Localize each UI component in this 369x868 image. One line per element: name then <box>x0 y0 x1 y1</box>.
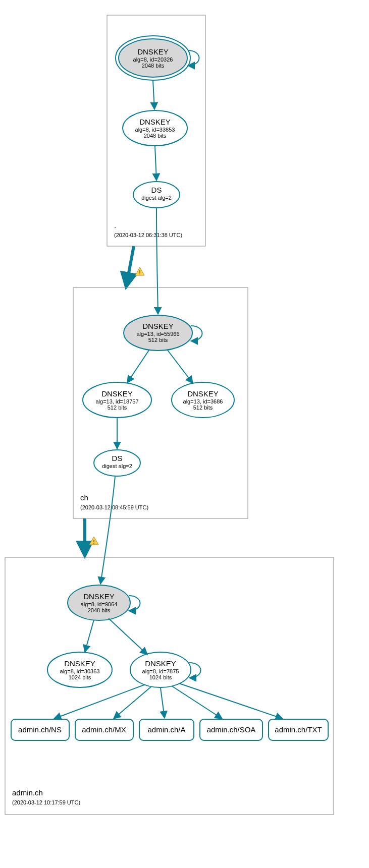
edge-admin-ksk-to-zsk1 <box>85 620 94 652</box>
svg-text:digest alg=2: digest alg=2 <box>102 463 132 469</box>
edge-ch-ds-to-admin-ksk <box>100 476 115 584</box>
svg-text:alg=8, id=30363: alg=8, id=30363 <box>60 668 100 674</box>
zone-ch-ts: (2020-03-12 08:45:59 UTC) <box>80 504 148 510</box>
svg-text:alg=13, id=55966: alg=13, id=55966 <box>136 331 179 337</box>
svg-text:DNSKEY: DNSKEY <box>142 322 174 330</box>
node-admin-ksk: DNSKEY alg=8, id=9064 2048 bits <box>68 585 130 620</box>
edge-admin-ksk-to-zsk2 <box>109 618 147 655</box>
zone-admin: admin.ch (2020-03-12 10:17:59 UTC) DNSKE… <box>5 557 334 815</box>
edge-root-ksk-to-zsk <box>153 80 154 109</box>
svg-text:admin.ch/SOA: admin.ch/SOA <box>207 725 256 734</box>
svg-text:512 bits: 512 bits <box>108 404 127 411</box>
rrset-txt: admin.ch/TXT <box>269 719 328 740</box>
edge-zsk2-to-ns <box>54 684 145 719</box>
svg-text:DNSKEY: DNSKEY <box>139 118 171 126</box>
svg-text:DNSKEY: DNSKEY <box>101 389 133 398</box>
svg-text:1024 bits: 1024 bits <box>69 674 91 680</box>
svg-text:alg=8, id=9064: alg=8, id=9064 <box>81 601 118 607</box>
svg-text:DS: DS <box>151 186 162 194</box>
zone-root-name: . <box>114 221 116 229</box>
node-root-ksk: DNSKEY alg=8, id=20326 2048 bits <box>116 36 190 80</box>
node-ch-ds: DS digest alg=2 <box>94 450 140 476</box>
svg-text:admin.ch/A: admin.ch/A <box>147 725 185 734</box>
zone-admin-name: admin.ch <box>12 788 43 797</box>
svg-text:2048 bits: 2048 bits <box>142 63 165 69</box>
edge-root-to-ch-zone <box>126 246 134 286</box>
edge-zsk2-to-a <box>161 688 165 718</box>
rrset-ns: admin.ch/NS <box>11 719 69 740</box>
svg-text:2048 bits: 2048 bits <box>144 133 167 139</box>
svg-text:512 bits: 512 bits <box>193 404 213 411</box>
svg-text:alg=8, id=33853: alg=8, id=33853 <box>135 127 175 133</box>
svg-text:DNSKEY: DNSKEY <box>83 592 115 601</box>
edge-zsk2-to-soa <box>172 686 222 719</box>
svg-text:!: ! <box>139 269 141 275</box>
zone-root-ts: (2020-03-12 06:31:38 UTC) <box>114 232 182 238</box>
warning-icon: ! <box>89 537 98 545</box>
svg-text:alg=13, id=18757: alg=13, id=18757 <box>95 398 138 404</box>
svg-text:alg=8, id=20326: alg=8, id=20326 <box>133 56 173 63</box>
svg-text:admin.ch/TXT: admin.ch/TXT <box>275 725 322 734</box>
edge-root-ds-to-ch-ksk <box>156 208 158 314</box>
svg-text:2048 bits: 2048 bits <box>88 607 111 613</box>
svg-text:admin.ch/NS: admin.ch/NS <box>18 725 62 734</box>
svg-text:alg=13, id=3686: alg=13, id=3686 <box>183 398 223 404</box>
zone-ch: ch (2020-03-12 08:45:59 UTC) DNSKEY alg=… <box>73 287 248 518</box>
svg-text:alg=8, id=7875: alg=8, id=7875 <box>142 668 179 674</box>
node-admin-zsk1: DNSKEY alg=8, id=30363 1024 bits <box>47 652 112 687</box>
svg-text:1024 bits: 1024 bits <box>149 674 172 680</box>
svg-text:admin.ch/MX: admin.ch/MX <box>82 725 126 734</box>
zone-ch-name: ch <box>80 493 88 502</box>
node-ch-zsk2: DNSKEY alg=13, id=3686 512 bits <box>172 382 234 418</box>
edge-zsk2-to-mx <box>114 686 151 719</box>
svg-text:DNSKEY: DNSKEY <box>64 659 95 668</box>
warning-icon: ! <box>135 267 144 275</box>
node-admin-zsk2: DNSKEY alg=8, id=7875 1024 bits <box>130 652 191 687</box>
svg-text:!: ! <box>93 539 95 545</box>
edge-ch-ksk-to-zsk2 <box>167 350 193 383</box>
node-root-zsk: DNSKEY alg=8, id=33853 2048 bits <box>123 110 187 146</box>
node-ch-zsk1: DNSKEY alg=13, id=18757 512 bits <box>83 382 151 418</box>
svg-text:DNSKEY: DNSKEY <box>187 389 219 398</box>
zone-admin-ts: (2020-03-12 10:17:59 UTC) <box>12 799 80 805</box>
dnssec-diagram: . (2020-03-12 06:31:38 UTC) DNSKEY alg=8… <box>0 0 369 868</box>
rrset-a: admin.ch/A <box>139 719 194 740</box>
node-root-ds: DS digest alg=2 <box>133 182 180 208</box>
rrset-soa: admin.ch/SOA <box>200 719 262 740</box>
node-ch-ksk: DNSKEY alg=13, id=55966 512 bits <box>124 315 192 351</box>
edge-ch-ksk-to-zsk1 <box>127 350 149 383</box>
edge-root-zsk-to-ds <box>155 146 156 181</box>
rrset-mx: admin.ch/MX <box>75 719 133 740</box>
svg-text:512 bits: 512 bits <box>148 337 168 343</box>
svg-text:DS: DS <box>112 454 123 462</box>
svg-text:DNSKEY: DNSKEY <box>145 659 176 668</box>
svg-text:DNSKEY: DNSKEY <box>137 47 169 56</box>
svg-text:digest alg=2: digest alg=2 <box>141 195 172 201</box>
